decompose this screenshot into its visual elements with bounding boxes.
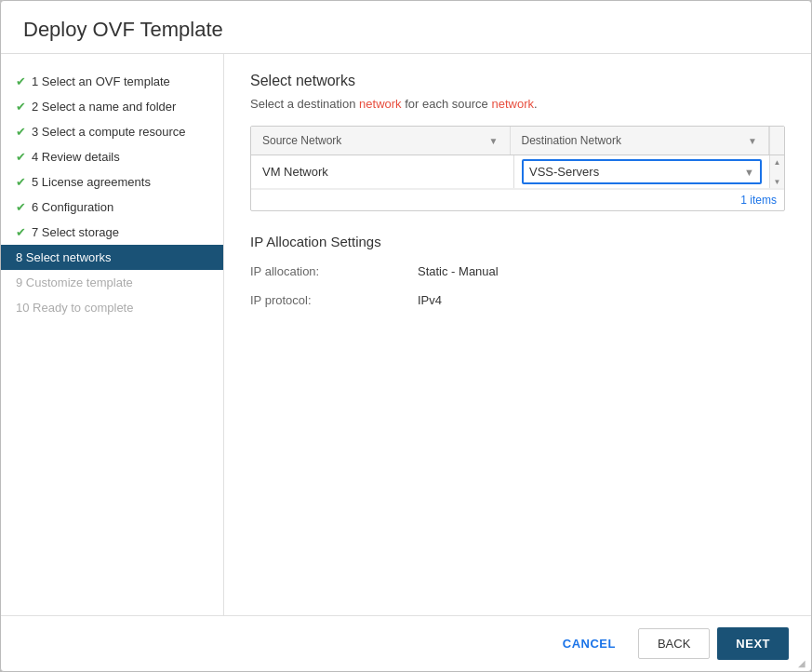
check-icon-step7: ✔ (16, 225, 26, 239)
subtitle-link2[interactable]: network (491, 97, 534, 111)
ip-allocation-row-2: IP protocol: IPv4 (250, 293, 785, 307)
dest-cell: VSS-Servers ▼ (514, 155, 769, 188)
dest-select-value: VSS-Servers (529, 165, 599, 179)
scroll-up-button[interactable]: ▲ (770, 155, 784, 168)
ip-allocation-title: IP Allocation Settings (250, 234, 785, 249)
source-cell: VM Network (251, 155, 514, 188)
scrollbar-spacer (769, 127, 784, 155)
col-header-source: Source Network ▼ (251, 127, 511, 155)
dest-filter-icon[interactable]: ▼ (748, 136, 757, 146)
sidebar-item-step10: 10 Ready to complete (1, 295, 223, 320)
dialog-title: Deploy OVF Template (1, 1, 811, 54)
sidebar-item-label-step2: 2 Select a name and folder (32, 100, 176, 114)
sidebar-item-label-step6: 6 Configuration (32, 200, 113, 214)
dest-select-dropdown[interactable]: VSS-Servers ▼ (522, 159, 762, 184)
items-count: 1 items (251, 189, 784, 210)
next-button[interactable]: NEXT (717, 627, 789, 660)
ip-allocation-value: Static - Manual (418, 264, 499, 278)
deploy-ovf-dialog: Deploy OVF Template ✔ 1 Select an OVF te… (0, 0, 812, 672)
sidebar-item-label-step3: 3 Select a compute resource (32, 125, 185, 139)
sidebar-item-label-step8: 8 Select networks (16, 250, 112, 264)
resize-handle[interactable]: ◢ (798, 658, 809, 669)
dialog-body: ✔ 1 Select an OVF template ✔ 2 Select a … (1, 54, 811, 615)
sidebar-item-label-step4: 4 Review details (32, 150, 120, 164)
subtitle-prefix: Select a destination (250, 97, 359, 111)
sidebar-item-label-step7: 7 Select storage (32, 225, 119, 239)
table-row: VM Network VSS-Servers ▼ ▲ ▼ (251, 155, 784, 189)
subtitle-middle: for each source (402, 97, 492, 111)
section-subtitle: Select a destination network for each so… (250, 97, 785, 111)
subtitle-suffix: . (534, 97, 538, 111)
dest-select-arrow-icon: ▼ (744, 167, 754, 178)
sidebar-item-label-step1: 1 Select an OVF template (32, 74, 170, 88)
sidebar-item-step5[interactable]: ✔ 5 License agreements (1, 169, 223, 195)
source-value: VM Network (262, 165, 328, 179)
sidebar-item-step7[interactable]: ✔ 7 Select storage (1, 220, 223, 245)
scrollbar-col: ▲ ▼ (769, 155, 784, 188)
ip-protocol-value: IPv4 (418, 293, 442, 307)
section-title: Select networks (250, 73, 785, 89)
sidebar-item-step9: 9 Customize template (1, 270, 223, 295)
check-icon-step6: ✔ (16, 200, 26, 214)
sidebar-item-step4[interactable]: ✔ 4 Review details (1, 144, 223, 169)
check-icon-step1: ✔ (16, 74, 26, 88)
check-icon-step5: ✔ (16, 175, 26, 189)
subtitle-link1[interactable]: network (359, 97, 402, 111)
check-icon-step2: ✔ (16, 100, 26, 114)
sidebar-item-step3[interactable]: ✔ 3 Select a compute resource (1, 119, 223, 144)
check-icon-step3: ✔ (16, 125, 26, 139)
sidebar-item-label-step5: 5 License agreements (32, 175, 151, 189)
col-dest-label: Destination Network (522, 134, 621, 147)
scroll-down-button[interactable]: ▼ (770, 175, 784, 188)
cancel-button[interactable]: CANCEL (548, 627, 631, 660)
ip-allocation-row-1: IP allocation: Static - Manual (250, 264, 785, 278)
source-filter-icon[interactable]: ▼ (489, 136, 499, 146)
network-table: Source Network ▼ Destination Network ▼ V… (250, 126, 785, 211)
ip-protocol-label: IP protocol: (250, 293, 418, 307)
sidebar: ✔ 1 Select an OVF template ✔ 2 Select a … (1, 54, 224, 615)
sidebar-item-label-step10: 10 Ready to complete (16, 301, 133, 315)
dialog-footer: CANCEL BACK NEXT (1, 615, 811, 671)
sidebar-item-step1[interactable]: ✔ 1 Select an OVF template (1, 69, 223, 94)
network-table-header: Source Network ▼ Destination Network ▼ (251, 127, 784, 155)
check-icon-step4: ✔ (16, 150, 26, 164)
col-source-label: Source Network (262, 134, 341, 147)
back-button[interactable]: BACK (638, 628, 710, 659)
main-content: Select networks Select a destination net… (224, 54, 811, 615)
sidebar-item-step6[interactable]: ✔ 6 Configuration (1, 195, 223, 220)
ip-allocation-label: IP allocation: (250, 264, 418, 278)
sidebar-item-step2[interactable]: ✔ 2 Select a name and folder (1, 94, 223, 119)
sidebar-item-label-step9: 9 Customize template (16, 276, 133, 289)
sidebar-item-step8[interactable]: 8 Select networks (1, 245, 223, 270)
col-header-dest: Destination Network ▼ (511, 127, 770, 155)
